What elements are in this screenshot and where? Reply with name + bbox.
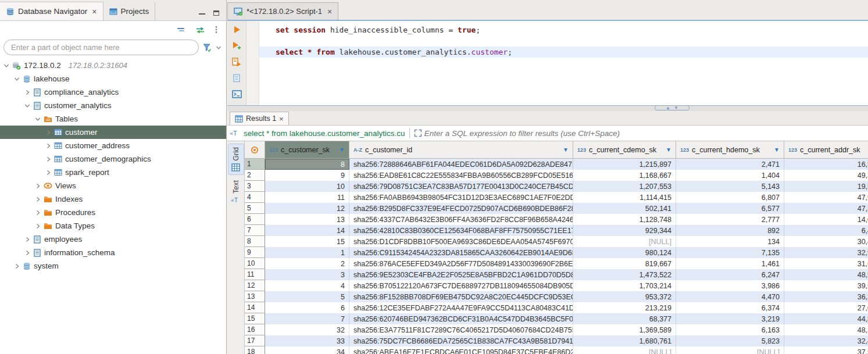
tree-item-procedures[interactable]: Procedures [0, 206, 226, 219]
cell-c_customer_id[interactable]: sha256:79D08751C3EA7C83BA57D177E00413D0C… [349, 181, 573, 192]
cell-c_current_addr_sk[interactable]: 31,65 [784, 258, 868, 269]
column-header-c_customer_id[interactable]: A-Zc_customer_id▼ [349, 141, 573, 158]
cell-c_customer_sk[interactable]: 33 [265, 335, 349, 346]
row-number[interactable]: 13 [245, 291, 265, 302]
tree-item-information-schema[interactable]: information_schema [0, 246, 226, 259]
presentation-tab-text[interactable]: Text«T [228, 177, 244, 206]
cell-c_current_addr_sk[interactable]: 47,36 [784, 203, 868, 214]
row-number[interactable]: 12 [245, 280, 265, 291]
row-number[interactable]: 9 [245, 247, 265, 258]
cell-c_current_addr_sk[interactable]: 48,29 [784, 324, 868, 335]
cell-c_customer_id[interactable]: sha256:FA0ABB6943B98054FC31D12D3E3AEC689… [349, 192, 573, 203]
tree-item-system[interactable]: system [0, 259, 226, 273]
expand-filter-icon[interactable] [414, 129, 422, 137]
splitter-collapse-control[interactable]: ▲▼ [655, 105, 690, 110]
cell-c_current_cdemo_sk[interactable]: 1,207,553 [573, 181, 676, 192]
cell-c_current_cdemo_sk[interactable]: 1,168,667 [573, 170, 676, 181]
filter-expression-icon[interactable]: «T [230, 129, 241, 137]
cell-c_current_hdemo_sk[interactable]: 7,135 [676, 247, 784, 258]
maximize-icon[interactable] [213, 10, 219, 16]
cell-c_current_cdemo_sk[interactable]: 1,703,214 [573, 280, 676, 291]
cell-c_customer_sk[interactable]: 32 [265, 324, 349, 335]
cell-c_current_hdemo_sk[interactable]: 134 [676, 236, 784, 247]
cell-c_customer_sk[interactable]: 7 [265, 313, 349, 324]
cell-c_customer_sk[interactable]: 3 [265, 269, 349, 280]
row-number[interactable]: 5 [245, 203, 265, 214]
cell-c_customer_id[interactable]: sha256:8F1528BB708DF69EB475DC92A8C20EC44… [349, 291, 573, 302]
column-filter-dropdown-icon[interactable]: ▼ [666, 146, 671, 153]
minimize-icon[interactable] [199, 13, 205, 15]
cell-c_current_hdemo_sk[interactable]: 5,143 [676, 181, 784, 192]
execute-statement-icon[interactable] [233, 26, 241, 34]
cell-c_customer_sk[interactable]: 6 [265, 302, 349, 313]
tree-item-customer-demographics[interactable]: customer_demographics [0, 152, 226, 166]
cell-c_current_hdemo_sk[interactable]: 3,219 [676, 313, 784, 324]
cell-c_current_addr_sk[interactable]: 32,94 [784, 247, 868, 258]
close-icon[interactable]: × [279, 115, 284, 123]
cell-c_current_addr_sk[interactable]: 39,55 [784, 280, 868, 291]
cell-c_current_cdemo_sk[interactable]: 1,128,748 [573, 214, 676, 225]
row-number[interactable]: 15 [245, 313, 265, 324]
close-icon[interactable]: × [327, 7, 332, 16]
tree-item-172-18-0-2[interactable]: 172.18.0.2172.18.0.2:31604 [0, 59, 226, 72]
cell-c_current_cdemo_sk[interactable]: 1,473,522 [573, 269, 676, 280]
cell-c_current_addr_sk[interactable]: 16,59 [784, 159, 868, 170]
row-number[interactable]: 18 [245, 346, 265, 354]
close-icon[interactable]: × [92, 7, 97, 16]
explain-plan-icon[interactable] [233, 74, 241, 83]
cell-c_customer_sk[interactable]: 14 [265, 225, 349, 236]
tab-results-1[interactable]: Results 1 × [230, 112, 289, 125]
column-header-c_current_addr_sk[interactable]: 123c_current_addr_sk▼ [784, 141, 868, 158]
cell-c_current_cdemo_sk[interactable]: 68,377 [573, 313, 676, 324]
cell-c_current_addr_sk[interactable]: 30,46 [784, 236, 868, 247]
cell-c_current_hdemo_sk[interactable]: 892 [676, 225, 784, 236]
row-number[interactable]: 11 [245, 269, 265, 280]
cell-c_customer_id[interactable]: sha256:9E52303CE4FBA2E2F0525E8A5BFBD2C1A… [349, 269, 573, 280]
cell-c_current_addr_sk[interactable]: 32,43 [784, 335, 868, 346]
cell-c_customer_sk[interactable]: 15 [265, 236, 349, 247]
cell-c_current_hdemo_sk[interactable]: 1,404 [676, 170, 784, 181]
search-input[interactable] [3, 40, 199, 55]
cell-c_customer_sk[interactable]: 2 [265, 258, 349, 269]
cell-c_customer_sk[interactable]: 8 [265, 159, 349, 170]
cell-c_current_cdemo_sk[interactable]: 1,680,761 [573, 335, 676, 346]
cell-c_customer_id[interactable]: sha256:4337C7AB6432E3B06FF4A3636FD2F8CC8… [349, 214, 573, 225]
cell-c_current_cdemo_sk[interactable]: 1,114,415 [573, 192, 676, 203]
cell-c_customer_sk[interactable]: 10 [265, 181, 349, 192]
cell-c_customer_sk[interactable]: 1 [265, 247, 349, 258]
cell-c_customer_id[interactable]: sha256:E3A77511F81C7289C76C4065217D5D406… [349, 324, 573, 335]
editor-results-splitter[interactable]: ▲▼ [227, 105, 868, 111]
cell-c_current_hdemo_sk[interactable]: 3,986 [676, 280, 784, 291]
cell-c_customer_sk[interactable]: 13 [265, 214, 349, 225]
cell-c_customer_sk[interactable]: 34 [265, 346, 349, 354]
cell-c_current_cdemo_sk[interactable]: 819,667 [573, 258, 676, 269]
cell-c_customer_id[interactable]: sha256:B295D8FC337E9E4FECD0725D907ACD6B6… [349, 203, 573, 214]
cell-c_customer_sk[interactable]: 11 [265, 192, 349, 203]
cell-c_customer_id[interactable]: sha256:ABEA16E7E1ECBDCA6E01CE1095D84E37C… [349, 346, 573, 354]
cell-c_current_addr_sk[interactable]: 44,81 [784, 313, 868, 324]
cell-c_current_addr_sk[interactable]: 48,57 [784, 269, 868, 280]
cell-c_customer_id[interactable]: sha256:12CE35EFDABF272A4A47E9FA9CC5D4113… [349, 302, 573, 313]
row-number[interactable]: 6 [245, 214, 265, 225]
select-all-corner[interactable] [245, 141, 265, 158]
cell-c_current_addr_sk[interactable]: 19,58 [784, 181, 868, 192]
tree-item-customer-address[interactable]: customer_address [0, 139, 226, 152]
cell-c_current_addr_sk[interactable]: 49,38 [784, 170, 868, 181]
cell-c_current_hdemo_sk[interactable]: 1,461 [676, 258, 784, 269]
row-number[interactable]: 1 [245, 159, 265, 170]
cell-c_customer_id[interactable]: sha256:72888646ABF61FA044EDEC061D6DA5A09… [349, 159, 573, 170]
tree-item-employees[interactable]: employees [0, 233, 226, 246]
cell-c_current_hdemo_sk[interactable]: 5,823 [676, 335, 784, 346]
tree-item-tables[interactable]: Tables [0, 112, 226, 126]
cell-c_current_cdemo_sk[interactable]: 1,215,897 [573, 159, 676, 170]
cell-c_current_hdemo_sk[interactable]: 6,374 [676, 302, 784, 313]
collapse-all-icon[interactable] [177, 26, 186, 33]
tab-database-navigator[interactable]: Database Navigator × [0, 2, 103, 20]
cell-c_current_addr_sk[interactable]: 14,00 [784, 214, 868, 225]
cell-c_customer_sk[interactable]: 5 [265, 291, 349, 302]
cell-c_current_cdemo_sk[interactable]: [NULL] [573, 236, 676, 247]
cell-c_current_addr_sk[interactable]: 36,36 [784, 291, 868, 302]
tree-item-views[interactable]: Views [0, 179, 226, 192]
view-menu-icon[interactable] [215, 26, 218, 34]
cell-c_current_cdemo_sk[interactable]: 929,344 [573, 225, 676, 236]
